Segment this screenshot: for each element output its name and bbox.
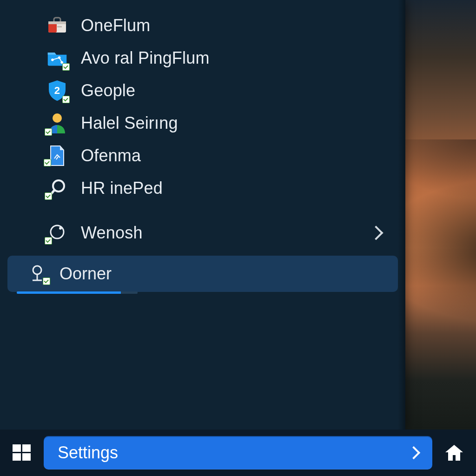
settings-button[interactable]: Settings [44,436,432,469]
svg-rect-19 [22,453,31,461]
app-item-label: Wenosh [81,223,358,243]
shield-icon: 2 [46,80,68,101]
settings-button-label: Settings [58,443,409,463]
pin-icon [28,264,48,284]
app-item-pingflum[interactable]: Avo ral PingFlum [0,42,405,74]
app-item-label: Geople [81,81,387,100]
svg-point-12 [59,227,62,230]
chevron-right-icon [407,446,420,459]
toolbox-icon [46,15,68,36]
verified-badge-icon [45,128,52,136]
app-item-label: HR inePed [81,178,387,198]
app-item-halel[interactable]: Halel Seirıng [0,107,405,139]
svg-point-13 [33,266,41,274]
svg-rect-2 [48,21,66,24]
progress-bar [17,291,138,294]
verified-badge-icon [43,278,50,285]
search-icon [46,178,68,199]
start-button[interactable] [8,436,35,469]
search-input[interactable]: Oorner [7,256,398,292]
app-item-label: OneFlum [81,16,387,35]
start-menu-panel: OneFlum Avo ral PingFlum [0,0,405,430]
app-item-label: Avo ral PingFlum [81,48,387,68]
verified-badge-icon [45,192,52,200]
svg-rect-18 [13,453,21,461]
home-icon [443,442,465,463]
svg-point-8 [53,113,62,123]
taskbar: Settings [0,430,476,476]
svg-rect-16 [13,444,21,452]
svg-rect-3 [57,26,62,27]
folder-icon [46,47,68,69]
app-item-label: Halel Seirıng [81,113,387,133]
verified-badge-icon [45,237,52,245]
app-item-wenosh[interactable]: Wenosh [0,217,405,249]
document-icon [46,145,68,166]
svg-rect-17 [22,444,31,452]
app-item-oneflum[interactable]: OneFlum [0,9,405,42]
app-item-geople[interactable]: 2 Geople [0,74,405,107]
svg-text:2: 2 [54,85,60,96]
verified-badge-icon [44,159,51,166]
list-separator [0,205,405,217]
windows-logo-icon [12,443,32,463]
verified-badge-icon [62,63,70,71]
svg-point-11 [51,225,64,238]
app-item-ofenma[interactable]: Ofenma [0,139,405,172]
person-icon [46,112,68,134]
home-button[interactable] [441,436,468,469]
search-input-label: Oorner [60,264,112,284]
app-item-hrineped[interactable]: HR inePed [0,172,405,205]
verified-badge-icon [62,96,70,103]
loop-icon [46,222,68,244]
chevron-right-icon [369,225,383,240]
app-item-label: Ofenma [81,146,387,165]
app-list: OneFlum Avo ral PingFlum [0,0,405,249]
